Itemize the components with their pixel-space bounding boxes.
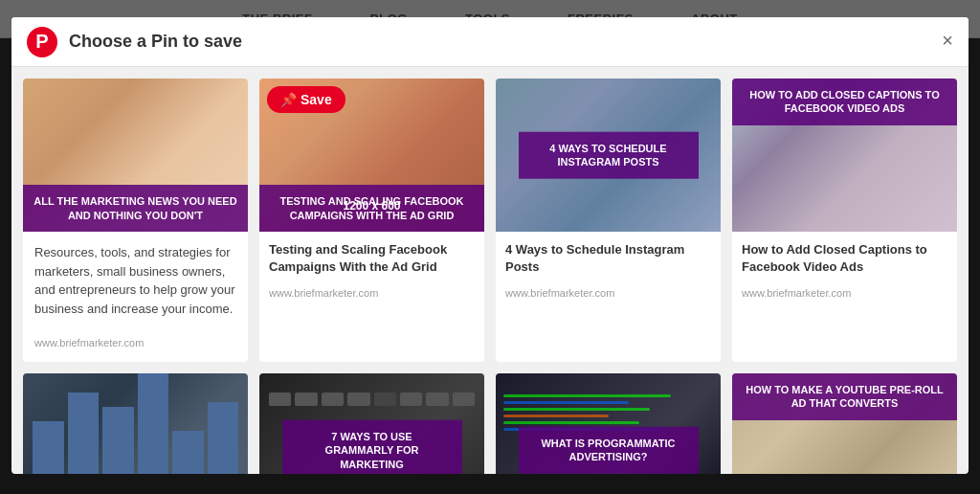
pin-overlay-text: HOW TO ADD CLOSED CAPTIONS TO FACEBOOK V… (732, 79, 957, 125)
building (172, 431, 204, 474)
modal-title: Choose a Pin to save (69, 32, 242, 52)
pin-image: 📌 Save TESTING AND SCALING FACEBOOK CAMP… (259, 79, 484, 232)
building (33, 421, 64, 474)
close-button[interactable]: × (942, 31, 953, 50)
choose-pin-modal: P Choose a Pin to save × ALL THE MARKETI… (11, 17, 969, 474)
pin-icon: 📌 (280, 92, 297, 107)
pin-card[interactable]: HOW TO LEVERAGE YOUR LINKEDIN CONNECTION… (23, 373, 248, 474)
pin-card[interactable]: HOW TO ADD CLOSED CAPTIONS TO FACEBOOK V… (732, 79, 957, 362)
save-button[interactable]: 📌 Save (267, 86, 345, 113)
pin-overlay-text: HOW TO MAKE A YOUTUBE PRE-ROLL AD THAT C… (732, 373, 957, 420)
building (138, 373, 169, 474)
modal-overlay[interactable]: P Choose a Pin to save × ALL THE MARKETI… (0, 0, 980, 494)
pin-overlay-center: WHAT IS PROGRAMMATIC ADVERTISING? (519, 427, 699, 474)
pin-overlay-center: 4 WAYS TO SCHEDULE INSTAGRAM POSTS (519, 132, 699, 179)
pin-image: ALL THE MARKETING NEWS YOU NEED AND NOTH… (23, 79, 248, 232)
modal-header: P Choose a Pin to save × (11, 17, 969, 67)
pin-image: 4 WAYS TO SCHEDULE INSTAGRAM POSTS (496, 79, 721, 232)
pin-title: Testing and Scaling Facebook Campaigns W… (269, 241, 475, 276)
pin-body: Testing and Scaling Facebook Campaigns W… (259, 232, 484, 308)
building (68, 393, 100, 474)
pin-image: HOW TO MAKE A YOUTUBE PRE-ROLL AD THAT C… (732, 373, 957, 474)
pin-body: 4 Ways to Schedule Instagram Posts www.b… (496, 232, 721, 308)
pin-image: WHAT IS PROGRAMMATIC ADVERTISING? (496, 373, 721, 474)
pin-card[interactable]: ALL THE MARKETING NEWS YOU NEED AND NOTH… (23, 79, 248, 362)
pin-url: www.briefmarketer.com (742, 287, 851, 299)
pin-card[interactable]: 📌 Save TESTING AND SCALING FACEBOOK CAMP… (259, 79, 484, 362)
building (208, 402, 239, 474)
pin-overlay-text: ALL THE MARKETING NEWS YOU NEED AND NOTH… (23, 185, 248, 232)
pin-card[interactable]: WHAT IS PROGRAMMATIC ADVERTISING? What i… (496, 373, 721, 474)
pin-title: How to Add Closed Captions to Facebook V… (742, 241, 947, 276)
pin-image: HOW TO ADD CLOSED CAPTIONS TO FACEBOOK V… (732, 79, 957, 232)
pin-url: www.briefmarketer.com (34, 337, 144, 348)
pin-url: www.briefmarketer.com (269, 287, 378, 299)
pin-card[interactable]: 4 WAYS TO SCHEDULE INSTAGRAM POSTS 4 Way… (496, 79, 721, 362)
save-label: Save (301, 92, 332, 107)
pin-size-label: 1200 x 600 (343, 199, 400, 213)
pin-image: HOW TO LEVERAGE YOUR LINKEDIN CONNECTION… (23, 373, 248, 474)
pins-grid: ALL THE MARKETING NEWS YOU NEED AND NOTH… (11, 67, 969, 474)
pin-title: 4 Ways to Schedule Instagram Posts (505, 241, 711, 276)
pinterest-logo: P (27, 27, 57, 57)
buildings-decoration (23, 373, 248, 474)
pin-image-bg (23, 373, 248, 474)
pin-description: Resources, tools, and strategies for mar… (34, 243, 236, 318)
building (102, 407, 134, 474)
keyboard-decoration (269, 393, 475, 406)
pin-card[interactable]: HOW TO MAKE A YOUTUBE PRE-ROLL AD THAT C… (732, 373, 957, 474)
pin-body: How to Add Closed Captions to Facebook V… (732, 232, 957, 308)
pin-overlay-center: 7 WAYS TO USE GRAMMARLY FOR MARKETING (282, 420, 462, 474)
pin-card[interactable]: 7 WAYS TO USE GRAMMARLY FOR MARKETING 7 … (259, 373, 484, 474)
pin-body: Resources, tools, and strategies for mar… (23, 232, 248, 362)
pin-image: 7 WAYS TO USE GRAMMARLY FOR MARKETING (259, 373, 484, 474)
pin-url: www.briefmarketer.com (505, 287, 614, 299)
